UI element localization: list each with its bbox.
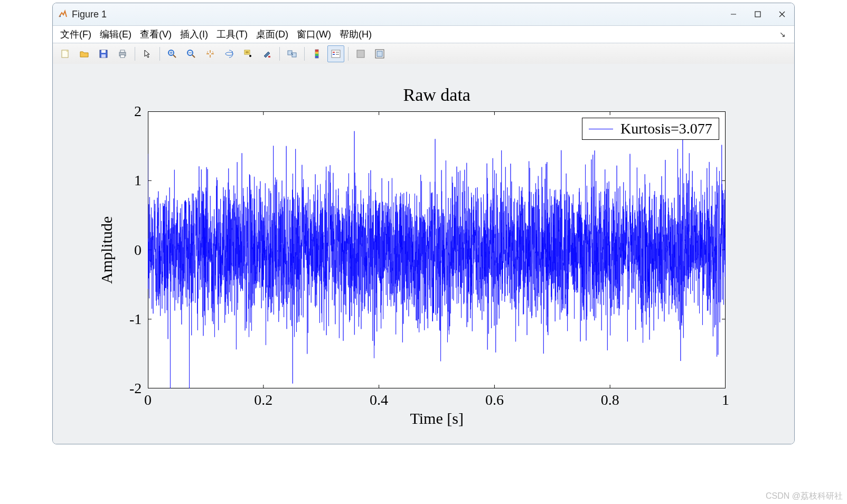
toolbar-separator bbox=[135, 47, 135, 61]
brush-icon[interactable] bbox=[259, 45, 276, 62]
svg-line-13 bbox=[173, 55, 176, 58]
window-controls bbox=[721, 3, 794, 25]
svg-rect-29 bbox=[315, 52, 318, 54]
link-plot-icon[interactable] bbox=[284, 45, 300, 62]
x-tick-label: 1 bbox=[722, 392, 729, 408]
close-button[interactable] bbox=[770, 3, 794, 25]
svg-rect-28 bbox=[315, 50, 318, 52]
maximize-button[interactable] bbox=[746, 3, 770, 25]
toolbar-separator bbox=[304, 47, 305, 61]
svg-point-19 bbox=[225, 52, 233, 55]
matlab-app-icon bbox=[58, 9, 68, 19]
window-title: Figure 1 bbox=[72, 9, 107, 20]
print-icon[interactable] bbox=[114, 45, 131, 62]
svg-point-0 bbox=[60, 16, 61, 17]
watermark: CSDN @荔枝科研社 bbox=[766, 491, 843, 502]
y-axis-label: Amplitude bbox=[98, 216, 116, 283]
open-icon[interactable] bbox=[76, 45, 93, 62]
menu-tools[interactable]: 工具(T) bbox=[212, 27, 252, 42]
chart-title: Raw data bbox=[403, 85, 470, 105]
dock-icon[interactable] bbox=[371, 45, 388, 62]
legend-line-sample bbox=[589, 129, 613, 129]
titlebar: Figure 1 bbox=[53, 3, 794, 26]
svg-rect-7 bbox=[101, 50, 106, 53]
menu-insert[interactable]: 插入(I) bbox=[176, 27, 212, 42]
save-icon[interactable] bbox=[95, 45, 112, 62]
legend[interactable]: Kurtosis=3.077 bbox=[582, 118, 719, 140]
pan-icon[interactable] bbox=[202, 45, 219, 62]
svg-rect-25 bbox=[288, 51, 292, 55]
svg-rect-2 bbox=[755, 12, 760, 17]
menu-window[interactable]: 窗口(W) bbox=[293, 27, 335, 42]
svg-rect-11 bbox=[120, 55, 125, 58]
minimize-button[interactable] bbox=[721, 3, 746, 25]
menu-view[interactable]: 查看(V) bbox=[136, 27, 176, 42]
rotate3d-icon[interactable] bbox=[221, 45, 238, 62]
x-tick-label: 0.4 bbox=[370, 392, 388, 408]
undock-icon[interactable]: ↘ bbox=[779, 30, 791, 39]
zoom-out-icon[interactable] bbox=[183, 45, 200, 62]
svg-rect-26 bbox=[292, 53, 296, 57]
svg-line-17 bbox=[192, 55, 195, 58]
svg-rect-10 bbox=[120, 50, 125, 52]
figure-area: Raw data Time [s] Amplitude Kurtosis=3.0… bbox=[53, 64, 794, 444]
legend-entry-0: Kurtosis=3.077 bbox=[620, 120, 712, 137]
figure-window: Figure 1 文件(F) 编辑(E) 查看(V) 插入(I) 工具(T) 桌… bbox=[52, 3, 795, 444]
data-cursor-icon[interactable] bbox=[240, 45, 257, 62]
x-axis-label: Time [s] bbox=[410, 410, 464, 427]
legend-icon[interactable] bbox=[327, 45, 344, 62]
menu-file[interactable]: 文件(F) bbox=[56, 27, 96, 42]
svg-rect-30 bbox=[315, 54, 318, 56]
toolbar-separator bbox=[159, 47, 160, 61]
toolbar-separator bbox=[279, 47, 280, 61]
hide-tools-icon[interactable] bbox=[352, 45, 369, 62]
zoom-in-icon[interactable] bbox=[164, 45, 181, 62]
menubar: 文件(F) 编辑(E) 查看(V) 插入(I) 工具(T) 桌面(D) 窗口(W… bbox=[53, 26, 794, 43]
svg-rect-24 bbox=[268, 56, 270, 58]
toolbar bbox=[53, 43, 794, 65]
y-tick-label: 0 bbox=[134, 242, 142, 259]
svg-rect-37 bbox=[357, 50, 364, 58]
y-tick-label: -1 bbox=[129, 311, 142, 328]
svg-point-23 bbox=[249, 55, 251, 57]
new-figure-icon[interactable] bbox=[57, 45, 74, 62]
svg-rect-39 bbox=[377, 51, 382, 56]
y-tick-label: -2 bbox=[129, 380, 142, 397]
colorbar-icon[interactable] bbox=[308, 45, 325, 62]
menu-help[interactable]: 帮助(H) bbox=[335, 27, 376, 42]
y-tick-label: 1 bbox=[134, 172, 142, 189]
x-tick-label: 0.2 bbox=[254, 392, 272, 408]
menu-desktop[interactable]: 桌面(D) bbox=[252, 27, 293, 42]
axes-canvas[interactable] bbox=[148, 111, 726, 388]
x-tick-label: 0.6 bbox=[485, 392, 504, 408]
y-tick-label: 2 bbox=[134, 103, 142, 120]
x-tick-label: 0.8 bbox=[601, 392, 619, 408]
toolbar-separator bbox=[348, 47, 349, 61]
svg-rect-8 bbox=[101, 54, 106, 58]
pointer-icon[interactable] bbox=[139, 45, 156, 62]
svg-rect-20 bbox=[244, 50, 250, 54]
menu-edit[interactable]: 编辑(E) bbox=[96, 27, 136, 42]
x-tick-label: 0 bbox=[144, 392, 152, 408]
svg-rect-31 bbox=[315, 56, 318, 58]
